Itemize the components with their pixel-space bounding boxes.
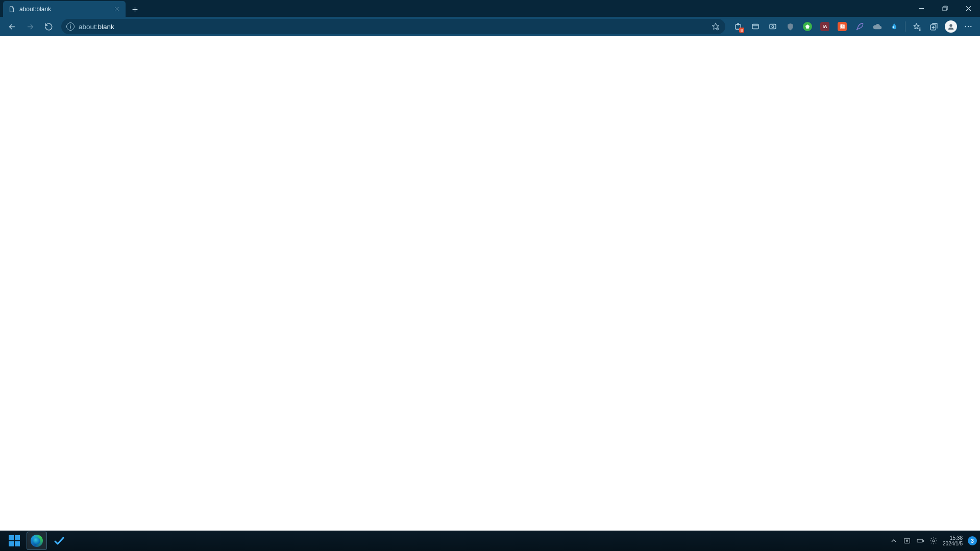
svg-rect-5 xyxy=(770,24,776,29)
screenshot-icon xyxy=(768,22,777,31)
svg-point-12 xyxy=(970,26,971,27)
tab-close-button[interactable] xyxy=(112,5,120,13)
app-menu-button[interactable] xyxy=(960,19,977,34)
site-info-button[interactable]: i xyxy=(66,22,75,31)
tray-date: 2024/1/5 xyxy=(943,541,963,546)
tray-battery-icon[interactable] xyxy=(916,537,924,545)
minimize-icon xyxy=(919,6,924,11)
collections-icon xyxy=(929,22,939,32)
edge-icon xyxy=(31,535,43,547)
extensions-button[interactable]: B xyxy=(729,19,747,34)
drop-icon xyxy=(890,22,898,31)
extension-cloud[interactable] xyxy=(868,19,886,34)
close-icon xyxy=(966,6,971,11)
favorites-star-button[interactable] xyxy=(711,22,720,31)
star-lines-icon xyxy=(912,22,921,32)
svg-point-6 xyxy=(772,26,774,28)
tab-strip: about:blank xyxy=(0,0,980,17)
notif-count: 3 xyxy=(971,538,974,544)
url-prefix: about: xyxy=(79,23,98,31)
new-tab-button[interactable] xyxy=(128,2,142,16)
tray-notifications-button[interactable]: 3 xyxy=(968,536,977,545)
wallet-icon xyxy=(751,22,760,31)
taskbar-app-edge[interactable] xyxy=(27,532,47,550)
extension-drop[interactable] xyxy=(886,19,903,34)
restore-icon xyxy=(942,6,948,11)
profile-button[interactable] xyxy=(942,19,960,34)
system-tray: 15:38 2024/1/5 3 xyxy=(890,531,977,551)
extension-translate[interactable]: 翻 xyxy=(834,19,851,34)
extension-shield[interactable] xyxy=(781,19,799,34)
feather-icon xyxy=(855,22,864,31)
extension-wallet[interactable] xyxy=(747,19,764,34)
window-restore-button[interactable] xyxy=(933,0,957,17)
tray-settings-icon[interactable] xyxy=(929,537,938,545)
ellipsis-icon xyxy=(964,22,973,31)
checkmark-icon xyxy=(53,535,65,547)
tray-ime-icon[interactable] xyxy=(903,537,911,545)
svg-point-16 xyxy=(933,540,935,542)
toolbar-right-cluster: B IA 翻 xyxy=(729,19,977,34)
close-icon xyxy=(114,6,119,12)
toolbar-separator xyxy=(905,21,905,32)
address-bar[interactable]: i about:blank xyxy=(61,19,725,34)
browser-toolbar: i about:blank B IA 翻 xyxy=(0,17,980,36)
svg-point-9 xyxy=(949,24,952,27)
windows-taskbar: 15:38 2024/1/5 3 xyxy=(0,531,980,551)
tray-chevron-up-icon[interactable] xyxy=(890,537,898,545)
extension-badge: B xyxy=(739,28,744,33)
refresh-icon xyxy=(44,22,53,31)
collections-button[interactable] xyxy=(925,19,942,34)
window-minimize-button[interactable] xyxy=(910,0,933,17)
extension-screenshot[interactable] xyxy=(764,19,781,34)
circle-n-icon xyxy=(803,22,812,31)
nav-back-button[interactable] xyxy=(3,19,20,34)
extension-ia[interactable]: IA xyxy=(816,19,834,34)
cloud-icon xyxy=(872,22,882,32)
arrow-left-icon xyxy=(8,22,16,31)
page-icon xyxy=(8,6,15,13)
window-close-button[interactable] xyxy=(957,0,980,17)
svg-rect-15 xyxy=(923,540,923,542)
browser-tab[interactable]: about:blank xyxy=(3,1,126,17)
svg-point-3 xyxy=(738,23,739,25)
windows-logo-icon xyxy=(9,535,20,546)
window-controls xyxy=(910,0,980,17)
plus-icon xyxy=(132,6,138,13)
taskbar-app-todo[interactable] xyxy=(49,532,69,550)
svg-rect-0 xyxy=(943,7,946,11)
svg-point-10 xyxy=(965,26,966,27)
ia-icon: IA xyxy=(820,22,829,31)
tray-time: 15:38 xyxy=(943,535,963,541)
svg-point-11 xyxy=(968,26,969,27)
url-host: blank xyxy=(98,23,114,31)
svg-point-7 xyxy=(893,26,894,28)
taskbar-left xyxy=(4,532,69,550)
translate-icon: 翻 xyxy=(838,22,847,31)
extension-feather[interactable] xyxy=(851,19,868,34)
nav-refresh-button[interactable] xyxy=(40,19,57,34)
svg-rect-14 xyxy=(917,539,923,542)
info-icon: i xyxy=(70,24,71,30)
shield-icon xyxy=(786,22,795,31)
nav-forward-button[interactable] xyxy=(21,19,39,34)
tab-title: about:blank xyxy=(19,6,108,13)
page-content-blank xyxy=(0,36,980,531)
start-button[interactable] xyxy=(4,532,24,550)
avatar xyxy=(945,20,957,33)
favorites-button[interactable] xyxy=(908,19,925,34)
extension-n-green[interactable] xyxy=(799,19,816,34)
svg-rect-4 xyxy=(752,24,758,29)
address-url: about:blank xyxy=(79,23,707,31)
tray-clock[interactable]: 15:38 2024/1/5 xyxy=(943,535,963,546)
person-icon xyxy=(947,22,955,31)
arrow-right-icon xyxy=(26,22,35,31)
